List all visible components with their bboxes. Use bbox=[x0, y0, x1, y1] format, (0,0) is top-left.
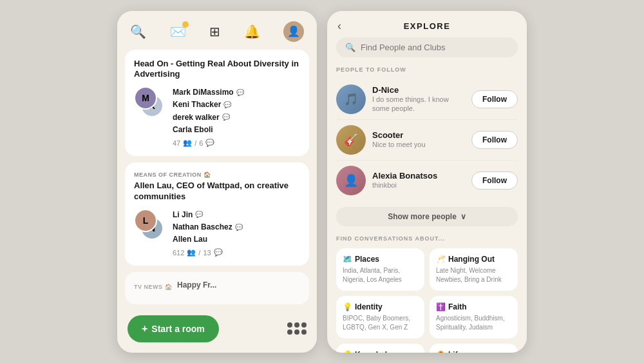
back-button[interactable]: ‹ bbox=[337, 19, 341, 33]
chat-icon-2b: 💬 bbox=[235, 222, 243, 233]
conv-title-life: 🌻 Life bbox=[436, 350, 511, 353]
chat-icon-1c: 💬 bbox=[222, 112, 230, 123]
plus-icon: + bbox=[142, 323, 147, 335]
identity-emoji: 💡 bbox=[343, 302, 352, 311]
host-name-2c: Allen Lau bbox=[173, 233, 300, 246]
chat-icon-1b: 💬 bbox=[223, 100, 231, 110]
conv-tags-places: India, Atlanta, Paris, Nigeria, Los Ange… bbox=[343, 266, 418, 284]
conv-card-identity[interactable]: 💡 Identity BIPOC, Baby Boomers, LGBTQ, G… bbox=[336, 296, 424, 338]
avatar-alexia: 👤 bbox=[336, 166, 366, 195]
conv-card-life[interactable]: 🌻 Life Relationships... bbox=[430, 344, 518, 353]
conv-card-places[interactable]: 🗺️ Places India, Atlanta, Paris, Nigeria… bbox=[336, 248, 424, 291]
person-row-scooter: 🎸 Scooter Nice to meet you Follow bbox=[336, 120, 518, 161]
conv-title-knowledge: 💡 Knowledge bbox=[343, 350, 418, 353]
hangingout-emoji: 🥂 bbox=[436, 255, 446, 264]
host-name-1c: derek walker 💬 bbox=[173, 112, 300, 124]
conv-card-faith[interactable]: ✝️ Faith Agnosticism, Buddhism, Spiritua… bbox=[430, 296, 518, 338]
host-avatar-2a: L bbox=[134, 209, 157, 232]
person-bio-dnice: I do some things. I know some people. bbox=[372, 95, 465, 113]
explore-content: 🔍 PEOPLE TO FOLLOW 🎵 D-Nice I do some th… bbox=[327, 37, 527, 353]
conv-title-identity: 💡 Identity bbox=[343, 302, 418, 311]
room-hosts-2: L N Li Jin 💬 Nathan Baschez 💬 bbox=[134, 209, 300, 257]
conv-tags-faith: Agnosticism, Buddhism, Spirituality, Jud… bbox=[436, 314, 511, 332]
conversations-section-label: FIND CONVERSATIONS ABOUT... bbox=[336, 235, 518, 242]
left-phone: 🔍 ✉️ ⊞ 🔔 👤 Head On - Getting Real About … bbox=[117, 11, 317, 353]
host-name-2b: Nathan Baschez 💬 bbox=[173, 221, 300, 233]
chat-icon-1a: 💬 bbox=[236, 88, 244, 98]
host-name-1b: Keni Thacker 💬 bbox=[173, 99, 300, 111]
follow-button-alexia[interactable]: Follow bbox=[471, 172, 518, 190]
rooms-list: Head On - Getting Real About Diversity i… bbox=[117, 50, 317, 309]
room-label-3: TV NEWS 🏠 bbox=[134, 284, 172, 290]
life-emoji: 🌻 bbox=[436, 350, 446, 353]
host-names-1: Mark DiMassimo 💬 Keni Thacker 💬 derek wa… bbox=[173, 86, 300, 147]
host-avatars-1: M K bbox=[134, 86, 166, 119]
places-emoji: 🗺️ bbox=[343, 255, 352, 264]
conv-card-knowledge[interactable]: 💡 Knowledge Science, Covid-19, Math... bbox=[336, 344, 424, 353]
person-name-scooter: Scooter bbox=[372, 130, 465, 140]
bottom-bar: + Start a room bbox=[117, 309, 317, 353]
person-info-scooter: Scooter Nice to meet you bbox=[372, 130, 465, 149]
person-bio-alexia: thinkboi bbox=[372, 181, 465, 190]
person-name-alexia: Alexia Bonatsos bbox=[372, 171, 465, 181]
room-card-2[interactable]: MEANS OF CREATION 🏠 Allen Lau, CEO of Wa… bbox=[125, 162, 309, 266]
person-info-alexia: Alexia Bonatsos thinkboi bbox=[372, 171, 465, 190]
avatar-dnice: 🎵 bbox=[336, 84, 366, 114]
conv-title-places: 🗺️ Places bbox=[343, 255, 418, 264]
room-title-2: Allen Lau, CEO of Wattpad, on creative c… bbox=[134, 181, 300, 202]
conv-tags-hangingout: Late Night, Welcome Newbies, Bring a Dri… bbox=[436, 266, 511, 284]
messages-icon[interactable]: ✉️ bbox=[170, 24, 186, 39]
person-row-alexia: 👤 Alexia Bonatsos thinkboi Follow bbox=[336, 161, 518, 201]
search-bar[interactable]: 🔍 bbox=[336, 37, 518, 57]
conv-title-hangingout: 🥂 Hanging Out bbox=[436, 255, 511, 264]
room-stats-2: 612 👥 / 13 💬 bbox=[173, 248, 300, 257]
person-name-dnice: D-Nice bbox=[372, 85, 465, 95]
right-nav-bar: ‹ EXPLORE bbox=[327, 11, 527, 37]
people-section-label: PEOPLE TO FOLLOW bbox=[336, 66, 518, 73]
conversations-section: FIND CONVERSATIONS ABOUT... 🗺️ Places In… bbox=[336, 235, 518, 353]
host-names-2: Li Jin 💬 Nathan Baschez 💬 Allen Lau 612 … bbox=[173, 209, 300, 257]
room-card-1[interactable]: Head On - Getting Real About Diversity i… bbox=[125, 50, 309, 157]
room-title-1: Head On - Getting Real About Diversity i… bbox=[134, 59, 300, 81]
room-title-3: Happy Fr... bbox=[177, 280, 216, 291]
calendar-icon[interactable]: ⊞ bbox=[209, 24, 220, 39]
follow-button-dnice[interactable]: Follow bbox=[471, 90, 518, 108]
dots-grid-icon[interactable] bbox=[287, 322, 307, 335]
conv-title-faith: ✝️ Faith bbox=[436, 302, 511, 311]
right-phone: ‹ EXPLORE 🔍 PEOPLE TO FOLLOW 🎵 D-Nice I … bbox=[327, 11, 527, 353]
person-row-dnice: 🎵 D-Nice I do some things. I know some p… bbox=[336, 79, 518, 120]
room-hosts-1: M K Mark DiMassimo 💬 Keni Thacker 💬 bbox=[134, 86, 300, 147]
conversations-grid: 🗺️ Places India, Atlanta, Paris, Nigeria… bbox=[336, 248, 518, 353]
search-icon: 🔍 bbox=[345, 43, 355, 52]
people-list: 🎵 D-Nice I do some things. I know some p… bbox=[336, 79, 518, 201]
host-name-1d: Carla Eboli bbox=[173, 124, 300, 136]
explore-title: EXPLORE bbox=[404, 21, 451, 31]
chevron-down-icon: ∨ bbox=[460, 212, 466, 221]
user-avatar[interactable]: 👤 bbox=[283, 21, 304, 42]
host-name-2a: Li Jin 💬 bbox=[173, 209, 300, 221]
person-bio-scooter: Nice to meet you bbox=[372, 140, 465, 149]
show-more-button[interactable]: Show more people ∨ bbox=[336, 207, 518, 226]
room-label-2: MEANS OF CREATION 🏠 bbox=[134, 172, 300, 178]
bell-icon[interactable]: 🔔 bbox=[244, 24, 260, 39]
conv-card-hangingout[interactable]: 🥂 Hanging Out Late Night, Welcome Newbie… bbox=[430, 248, 518, 291]
person-info-dnice: D-Nice I do some things. I know some peo… bbox=[372, 85, 465, 113]
room-stats-1: 47 👥 / 6 💬 bbox=[173, 139, 300, 147]
search-input[interactable] bbox=[361, 43, 509, 52]
knowledge-emoji: 💡 bbox=[343, 350, 352, 353]
search-icon[interactable]: 🔍 bbox=[130, 24, 146, 39]
left-nav-bar: 🔍 ✉️ ⊞ 🔔 👤 bbox=[117, 11, 317, 50]
chat-icon-2a: 💬 bbox=[195, 210, 203, 220]
follow-button-scooter[interactable]: Follow bbox=[471, 131, 518, 149]
room-card-3[interactable]: TV NEWS 🏠 Happy Fr... bbox=[125, 272, 309, 304]
notification-badge bbox=[182, 21, 189, 28]
avatar-scooter: 🎸 bbox=[336, 125, 366, 155]
host-name-1a: Mark DiMassimo 💬 bbox=[173, 86, 300, 99]
host-avatars-2: L N bbox=[134, 209, 166, 241]
faith-emoji: ✝️ bbox=[436, 302, 446, 311]
conv-tags-identity: BIPOC, Baby Boomers, LGBTQ, Gen X, Gen Z bbox=[343, 314, 418, 332]
start-room-button[interactable]: + Start a room bbox=[128, 315, 219, 342]
